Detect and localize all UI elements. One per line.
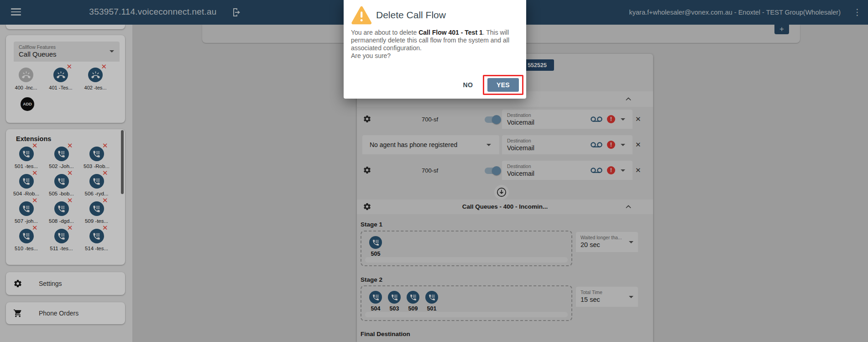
warning-icon <box>351 5 372 25</box>
call-flow-name: Call Flow 401 - Test 1 <box>418 29 483 36</box>
no-button[interactable]: NO <box>456 77 479 93</box>
dialog-body: You are about to delete Call Flow 401 - … <box>351 29 512 60</box>
delete-call-flow-dialog: Delete Call Flow You are about to delete… <box>344 0 526 99</box>
app-window: 353957.114.voiceconnect.net.au kyara.f+w… <box>0 0 868 342</box>
yes-button-highlight: YES <box>483 75 523 95</box>
dialog-title: Delete Call Flow <box>376 10 446 21</box>
yes-button[interactable]: YES <box>487 78 519 92</box>
confirm-question: Are you sure? <box>351 52 512 60</box>
